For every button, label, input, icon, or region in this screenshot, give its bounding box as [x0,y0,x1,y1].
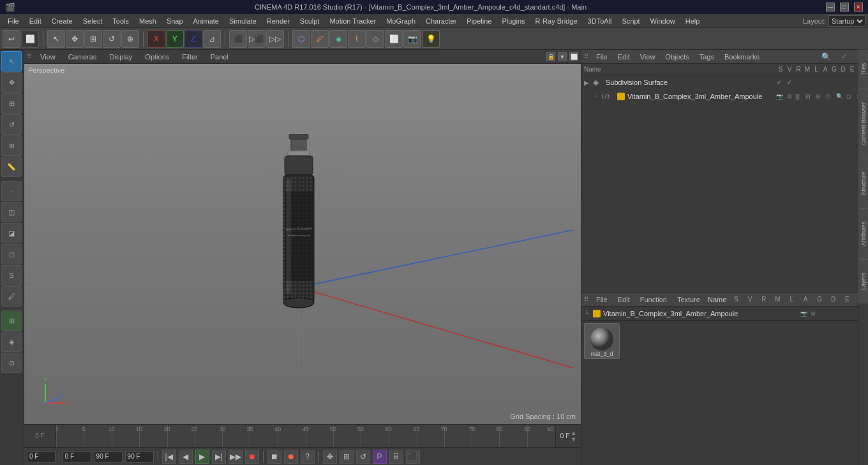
tab-structure[interactable]: Structure [858,158,868,209]
obj-search-btn[interactable]: 🔍 [819,52,834,61]
deformer-btn[interactable]: ⌇ [348,30,366,48]
material-thumb-mat3d[interactable]: mat_3_d [584,323,620,359]
tab-attributes[interactable]: Attributes [858,208,868,259]
redo-btn[interactable]: ⬜ [21,30,39,48]
sidebar-polygons-btn[interactable]: ◪ [1,223,22,243]
vp-menu-cameras[interactable]: Cameras [64,52,101,61]
menu-window[interactable]: Window [645,16,680,26]
sidebar-combo-btn[interactable]: ⊕ [1,135,22,156]
x-axis-btn[interactable]: X [147,30,165,48]
menu-script[interactable]: Script [617,16,645,26]
menu-animate[interactable]: Animate [188,16,224,26]
help-btn[interactable]: ? [301,450,315,464]
obj-menu-tags[interactable]: Tags [697,52,717,61]
mat-menu-edit[interactable]: Edit [615,295,632,304]
menu-character[interactable]: Character [421,16,461,26]
start-frame-input[interactable] [63,451,91,462]
rotate-mode-btn[interactable]: ↺ [103,30,121,48]
menu-3dtoall[interactable]: 3DToAll [583,16,617,26]
vp-menu-options[interactable]: Options [141,52,173,61]
menu-sculpt[interactable]: Sculpt [295,16,325,26]
sidebar-select-btn[interactable]: ↖ [1,51,22,72]
move-mode-btn[interactable]: ✥ [66,30,84,48]
menu-tools[interactable]: Tools [107,16,134,26]
sidebar-scale-btn[interactable]: ⊞ [1,93,22,114]
obj-settings-btn[interactable]: ✓ [839,52,849,61]
obj-menu-file[interactable]: File [594,52,610,61]
layout-dropdown[interactable]: Startup [828,15,865,27]
menu-pipeline[interactable]: Pipeline [461,16,497,26]
select-mode-btn[interactable]: ↖ [47,30,65,48]
sidebar-objects-btn[interactable]: ◈ [1,332,22,352]
y-axis-btn[interactable]: Y [166,30,184,48]
world-axis-btn[interactable]: ⊿ [203,30,221,48]
render-region-btn[interactable]: ⬛ [229,30,247,48]
render-animation-btn[interactable]: ▷▷ [266,30,284,48]
mat-menu-texture[interactable]: Texture [675,295,703,304]
sidebar-points-btn[interactable]: · [1,181,22,201]
prev-frame-btn[interactable]: ◀ [179,450,193,464]
sidebar-layers-btn[interactable]: ⊞ [1,310,22,331]
menu-rray[interactable]: R-Ray Bridge [530,16,583,26]
sidebar-paint-btn[interactable]: 🖊 [1,286,22,307]
menu-file[interactable]: File [3,16,24,26]
menu-simulate[interactable]: Simulate [224,16,262,26]
mat-menu-function[interactable]: Function [638,295,670,304]
vp-menu-filter[interactable]: Filter [178,52,201,61]
auto-key-btn[interactable]: ⏹ [267,450,281,464]
last-frame-btn[interactable]: ▶▶ [228,450,243,464]
next-frame-btn[interactable]: ▶| [212,450,226,464]
obj-row-subdivision[interactable]: ▶ ◈ Subdivision Surface ✓ ✓ [581,75,868,89]
menu-plugins[interactable]: Plugins [497,16,530,26]
first-frame-btn[interactable]: |◀ [162,450,176,464]
mat-menu-file[interactable]: File [594,295,610,304]
cube-btn[interactable]: ⬡ [292,30,310,48]
timeline-up-btn[interactable]: ▲▼ [571,430,576,443]
end-frame-input[interactable] [94,451,123,462]
undo-btn[interactable]: ↩ [3,30,20,48]
tab-layers[interactable]: Layers [858,259,868,303]
field-btn[interactable]: ◇ [366,30,384,48]
sidebar-edges-btn[interactable]: ◫ [1,202,22,222]
record-btn[interactable]: ⏺ [245,450,259,464]
maximize-btn[interactable]: □ [840,3,849,11]
sidebar-snap-btn[interactable]: ⊙ [1,353,22,373]
menu-edit[interactable]: Edit [24,16,47,26]
scene-btn[interactable]: ⬜ [385,30,403,48]
vp-menu-panel[interactable]: Panel [207,52,232,61]
menu-create[interactable]: Create [47,16,78,26]
current-frame-input[interactable] [27,451,56,462]
viewport-canvas[interactable]: Vitamin B Complex 3ml Amber Ampoule Pers… [24,64,581,424]
scale-mode-btn[interactable]: ⊞ [84,30,102,48]
obj-row-vitamin[interactable]: └ LO Vitamin_B_Complex_3ml_Amber_Ampoule… [581,89,868,103]
motion-btn[interactable]: ⏺ [284,450,298,464]
menu-help[interactable]: Help [680,16,705,26]
key-all-btn[interactable]: ⠿ [389,450,403,464]
key-scale-btn[interactable]: ⊞ [340,450,354,464]
vp-menu-view[interactable]: View [36,52,59,61]
sidebar-model-btn[interactable]: ◻ [1,244,22,264]
sidebar-move-btn[interactable]: ✥ [1,72,22,93]
menu-mograph[interactable]: MoGraph [381,16,421,26]
vp-expand-btn[interactable]: ⬜ [569,52,578,61]
spline-btn[interactable]: 🖊 [311,30,329,48]
timeline-ruler[interactable]: 0 5 10 15 20 25 30 35 40 45 50 [56,425,555,447]
menu-mesh[interactable]: Mesh [134,16,161,26]
sidebar-measure-btn[interactable]: 📏 [1,156,22,177]
obj-menu-view[interactable]: View [638,52,658,61]
key-move-btn[interactable]: ✥ [323,450,337,464]
key-rotate-btn[interactable]: ↺ [356,450,370,464]
vp-menu-display[interactable]: Display [105,52,136,61]
vp-lock-btn[interactable]: 🔒 [546,52,555,61]
close-btn[interactable]: ✕ [854,3,863,11]
z-axis-btn[interactable]: Z [184,30,202,48]
mat-row-vitamin[interactable]: └ Vitamin_B_Complex_3ml_Amber_Ampoule 📷 … [581,307,868,321]
key-pos-btn[interactable]: P [373,450,387,464]
menu-select[interactable]: Select [78,16,108,26]
tab-content-browser[interactable]: Content Browser [858,89,868,158]
tab-tiles[interactable]: Tiles [858,50,868,89]
obj-menu-bookmarks[interactable]: Bookmarks [722,52,762,61]
menu-render[interactable]: Render [262,16,295,26]
nurbs-btn[interactable]: ◈ [329,30,347,48]
sidebar-rotate-btn[interactable]: ↺ [1,114,22,135]
